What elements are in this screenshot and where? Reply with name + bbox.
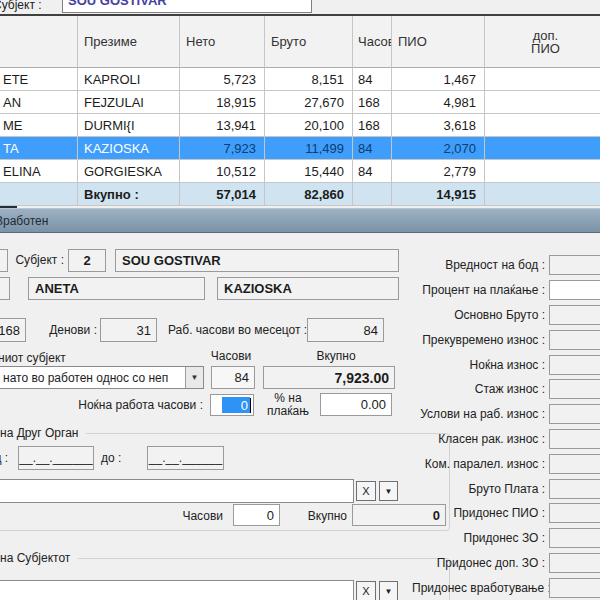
base-gross-label: Основно Бруто : — [412, 308, 545, 322]
panel-row: Прекувремено износ : — [412, 327, 600, 352]
cell-neto[interactable]: 7,923 — [180, 137, 265, 160]
date-from-field[interactable]: __.__.______ — [18, 446, 94, 470]
header-name[interactable] — [0, 16, 78, 68]
cell-name[interactable]: AN — [0, 91, 78, 114]
table-row[interactable]: ME DURMI{I 13,941 20,100 168 3,618 — [0, 114, 600, 137]
cell-neto[interactable]: 10,512 — [180, 160, 265, 183]
cell-bruto[interactable]: 27,670 — [265, 91, 353, 114]
cell-surname[interactable]: KAZIOSKA — [78, 137, 180, 160]
cell-pio[interactable]: 2,779 — [392, 160, 485, 183]
month-hours-field[interactable]: 84 — [307, 318, 384, 342]
total-bruto: 82,860 — [265, 183, 353, 206]
main-hours-field[interactable]: 84 — [211, 366, 255, 389]
cell-dop-pio[interactable] — [485, 137, 600, 160]
cell-name[interactable]: ME — [0, 114, 78, 137]
class-mgmt-amount-field[interactable] — [549, 429, 600, 449]
header-hours[interactable]: Часов — [353, 16, 392, 68]
table-header-row: Презиме Нето Бруто Часов ПИО доп. ПИО — [0, 16, 600, 68]
clear-button-2[interactable]: X — [356, 581, 376, 600]
cell-surname[interactable]: GORGIESKA — [78, 160, 180, 183]
dropdown-button-2[interactable]: ▼ — [379, 581, 398, 600]
panel-row: Стаж износ : — [412, 377, 600, 402]
table-row[interactable]: AN FEJZULAI 18,915 27,670 168 4,981 — [0, 91, 600, 114]
amounts-panel: Вредност на бод : Процент на плаќање : О… — [412, 253, 600, 600]
cell-neto[interactable]: 5,723 — [180, 68, 265, 91]
parallel-amount-field[interactable] — [549, 454, 600, 474]
subject-name-field[interactable]: SOU GOSTIVAR — [115, 249, 399, 272]
night-amount-field[interactable] — [549, 355, 600, 375]
cell-bruto[interactable]: 20,100 — [265, 114, 353, 137]
dropdown-button[interactable]: ▼ — [379, 481, 398, 501]
cell-dop-pio[interactable] — [485, 68, 600, 91]
chevron-down-icon[interactable]: ▼ — [185, 367, 203, 388]
cell-dop-pio[interactable] — [485, 114, 600, 137]
work-conditions-amount-field[interactable] — [549, 404, 600, 424]
last-name-field[interactable]: KAZIOSKA — [217, 277, 399, 300]
zo-contribution-field[interactable] — [549, 528, 600, 548]
top-subject-field[interactable]: SOU GOSTIVAR — [62, 0, 312, 13]
date-to-field[interactable]: __.__.______ — [147, 446, 224, 470]
cell-dop-pio[interactable] — [485, 91, 600, 114]
total-hours-field[interactable]: 168 — [0, 318, 26, 342]
payment-percent-field[interactable] — [549, 280, 600, 300]
cell-hours[interactable]: 84 — [353, 68, 392, 91]
cell-name[interactable]: ELINA — [0, 160, 78, 183]
cell-neto[interactable]: 13,941 — [180, 114, 265, 137]
pio-contribution-field[interactable] — [549, 503, 600, 523]
days-field[interactable]: 31 — [100, 318, 157, 342]
cell-hours[interactable]: 84 — [353, 137, 392, 160]
point-value-field[interactable] — [549, 255, 600, 275]
date-from-label: од : — [0, 451, 8, 465]
class-mgmt-amount-label: Класен рак. износ : — [412, 432, 545, 446]
employment-relation-combobox[interactable]: нато во работен однос со неп ▼ — [0, 366, 204, 389]
cell-surname[interactable]: DURMI{I — [78, 114, 180, 137]
other-hours-field[interactable]: 0 — [233, 504, 280, 526]
cell-pio[interactable]: 3,618 — [392, 114, 485, 137]
employment-relation-value: нато во работен однос со неп — [3, 371, 168, 385]
cell-hours[interactable]: 84 — [353, 160, 392, 183]
gross-salary-field[interactable] — [549, 479, 600, 499]
header-surname[interactable]: Презиме — [78, 16, 180, 68]
cell-bruto[interactable]: 11,499 — [265, 137, 353, 160]
header-dop-line1: доп. — [533, 29, 558, 42]
header-bruto[interactable]: Бруто — [265, 16, 353, 68]
panel-row: Услови на раб. износ : — [412, 402, 600, 427]
cell-pio[interactable]: 1,467 — [392, 68, 485, 91]
employment-contribution-field[interactable] — [549, 578, 600, 598]
cell-hours[interactable]: 168 — [353, 114, 392, 137]
header-dop-pio[interactable]: доп. ПИО — [485, 16, 600, 68]
cell-bruto[interactable]: 15,440 — [265, 160, 353, 183]
employment-contribution-label: Придонес вработување : — [412, 581, 545, 595]
overtime-amount-field[interactable] — [549, 330, 600, 350]
subject-number-field[interactable]: 2 — [68, 249, 106, 272]
cell-surname[interactable]: KAPROLI — [78, 68, 180, 91]
cell-pio[interactable]: 4,981 — [392, 91, 485, 114]
base-gross-field[interactable] — [549, 305, 600, 325]
other-organ-combobox[interactable] — [0, 479, 354, 503]
cut-field-left-2[interactable] — [0, 277, 10, 300]
header-pio[interactable]: ПИО — [392, 16, 485, 68]
cell-pio[interactable]: 2,070 — [392, 137, 485, 160]
cell-bruto[interactable]: 8,151 — [265, 68, 353, 91]
cell-name[interactable]: ETE — [0, 68, 78, 91]
cell-name[interactable]: TA — [0, 137, 78, 160]
main-total-field[interactable]: 7,923.00 — [263, 366, 395, 389]
subject-combobox[interactable] — [0, 580, 354, 600]
clear-button[interactable]: X — [356, 481, 376, 501]
header-neto[interactable]: Нето — [180, 16, 265, 68]
table-row[interactable]: ELINA GORGIESKA 10,512 15,440 84 2,779 — [0, 160, 600, 183]
cell-dop-pio[interactable] — [485, 160, 600, 183]
cell-neto[interactable]: 18,915 — [180, 91, 265, 114]
table-row-selected[interactable]: TA KAZIOSKA 7,923 11,499 84 2,070 — [0, 137, 600, 160]
cell-hours[interactable]: 168 — [353, 91, 392, 114]
cut-field-left-1[interactable] — [0, 249, 8, 272]
pct-label-line2: плаќањ — [267, 404, 309, 418]
seniority-amount-field[interactable] — [549, 379, 600, 399]
pct-field[interactable]: 0.00 — [320, 393, 392, 416]
section-bar-employee: Вработен — [0, 208, 600, 233]
night-hours-input[interactable]: 0 — [210, 394, 254, 416]
first-name-field[interactable]: ANETA — [28, 277, 205, 300]
dop-zo-contribution-field[interactable] — [549, 553, 600, 573]
cell-surname[interactable]: FEJZULAI — [78, 91, 180, 114]
table-row[interactable]: ETE KAPROLI 5,723 8,151 84 1,467 — [0, 68, 600, 91]
